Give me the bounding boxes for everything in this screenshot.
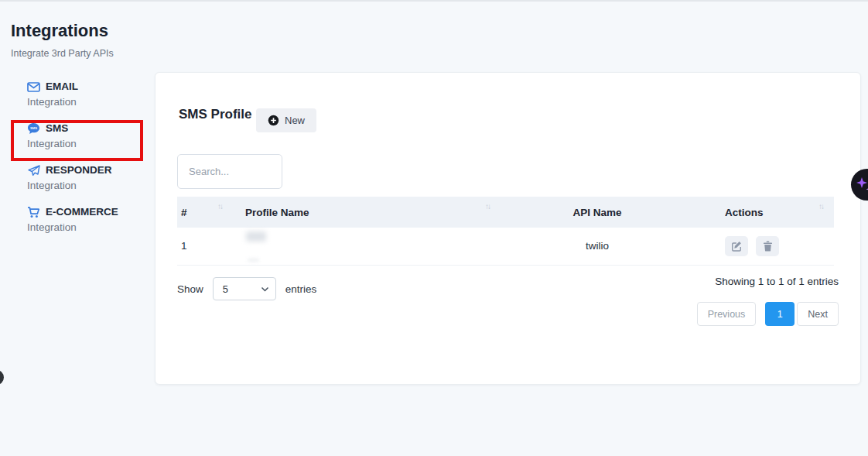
table-summary: Showing 1 to 1 of 1 entries (715, 276, 839, 287)
panel-heading: SMS Profile (179, 107, 251, 122)
previous-page-button[interactable]: Previous (697, 302, 757, 326)
paper-plane-icon (27, 165, 40, 177)
column-header-profile-name[interactable]: Profile Name ↑↓ (239, 197, 496, 228)
cell-index: 1 (177, 228, 239, 265)
redacted-profile-name (246, 231, 266, 242)
redacted-profile-name-smudge (248, 259, 259, 262)
column-label: # (181, 207, 187, 218)
column-label: API Name (572, 207, 621, 218)
sidebar-item-email[interactable]: EMAIL Integration (27, 81, 151, 108)
sidebar-item-sublabel: Integration (27, 180, 151, 192)
sms-chat-icon: SMS (27, 122, 40, 135)
sms-profile-card: SMS Profile New # ↑↓ Profile Name ↑↓ (155, 72, 861, 385)
sort-icon: ↑↓ (485, 202, 490, 211)
plus-circle-icon (268, 115, 279, 126)
sidebar-item-responder[interactable]: RESPONDER Integration (27, 164, 151, 192)
cell-api-name: twilio (496, 228, 699, 265)
cell-profile-name (239, 228, 496, 265)
column-header-api-name[interactable]: API Name (496, 197, 699, 228)
current-page-button[interactable]: 1 (765, 302, 795, 326)
search-input[interactable] (177, 154, 282, 189)
page-subtitle: Integrate 3rd Party APIs (11, 48, 114, 59)
sidebar-item-label: EMAIL (46, 81, 78, 93)
edge-widget-handle[interactable] (0, 370, 4, 385)
envelope-icon (27, 82, 40, 92)
page-size-select[interactable]: 5 (213, 277, 276, 300)
next-page-button[interactable]: Next (797, 302, 839, 326)
integrations-sidebar: EMAIL Integration SMS SMS Integration RE… (27, 81, 151, 248)
column-label: Actions (725, 207, 764, 218)
sort-icon: ↑↓ (818, 202, 823, 211)
profiles-table: # ↑↓ Profile Name ↑↓ API Name Actions ↑↓ (177, 197, 834, 266)
edit-button[interactable] (725, 236, 748, 256)
page-title: Integrations (11, 21, 108, 41)
sparkles-icon (854, 173, 868, 197)
sidebar-item-sublabel: Integration (27, 221, 151, 234)
shopping-cart-icon (27, 207, 40, 218)
delete-button[interactable] (756, 236, 779, 256)
trash-icon (763, 241, 773, 252)
cell-actions (699, 228, 834, 265)
svg-text:SMS: SMS (30, 126, 37, 130)
sidebar-item-ecommerce[interactable]: E-COMMERCE Integration (27, 206, 151, 234)
sidebar-item-label: E-COMMERCE (46, 206, 118, 218)
edit-pencil-icon (731, 241, 742, 252)
column-header-index[interactable]: # ↑↓ (177, 197, 239, 228)
sidebar-item-sublabel: Integration (27, 96, 151, 108)
entries-label: entries (285, 283, 317, 295)
pagination: Previous 1 Next (697, 302, 839, 326)
ai-assistant-fab[interactable] (851, 169, 868, 201)
table-row: 1 twilio (177, 228, 834, 265)
sidebar-item-sms[interactable]: SMS SMS Integration (27, 122, 151, 150)
sidebar-item-label: RESPONDER (46, 164, 112, 177)
new-button-label: New (285, 115, 305, 126)
sidebar-item-sublabel: Integration (27, 138, 151, 150)
column-header-actions[interactable]: Actions ↑↓ (699, 197, 834, 228)
sort-icon: ↑↓ (217, 202, 222, 211)
new-profile-button[interactable]: New (256, 108, 316, 132)
page-size-control: Show 5 entries (177, 277, 316, 300)
column-label: Profile Name (245, 207, 309, 218)
show-label: Show (177, 283, 203, 295)
window-top-edge (0, 0, 868, 2)
table-header-row: # ↑↓ Profile Name ↑↓ API Name Actions ↑↓ (177, 197, 834, 228)
sidebar-item-label: SMS (46, 122, 68, 135)
